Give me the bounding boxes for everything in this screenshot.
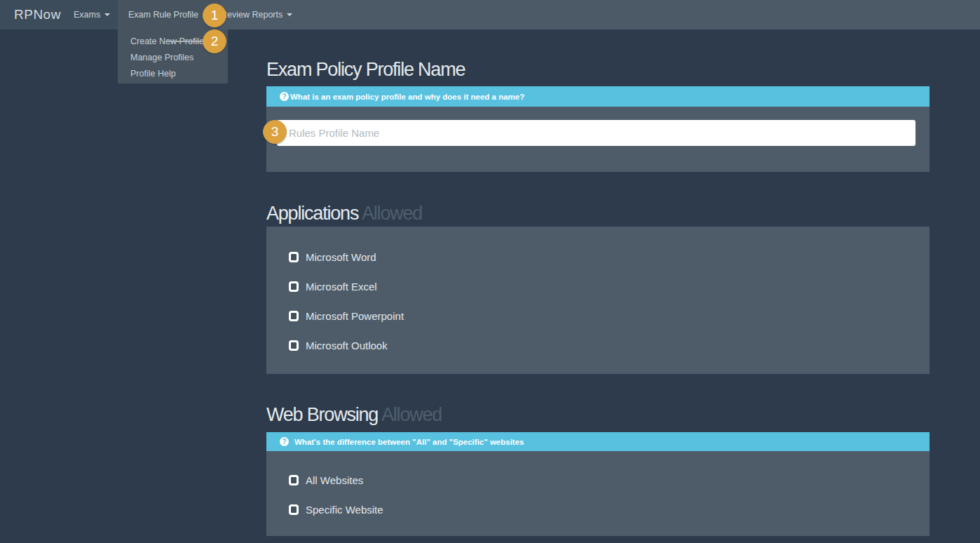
annotation-badge-3: 3 — [263, 120, 287, 144]
annotation-badge-1: 1 — [203, 4, 226, 27]
chevron-down-icon — [104, 13, 110, 16]
annotation-badge-2: 2 — [203, 29, 226, 53]
applications-section-title: Applications Allowed — [266, 203, 422, 224]
applications-panel: Microsoft Word Microsoft Excel Microsoft… — [266, 227, 930, 374]
page-title: Exam Policy Profile Name — [266, 59, 465, 81]
checkbox-row-microsoft-excel[interactable]: Microsoft Excel — [266, 272, 930, 301]
checkbox-row-all-websites[interactable]: All Websites — [266, 465, 930, 495]
question-circle-icon: ? — [280, 92, 289, 101]
profile-name-panel — [266, 107, 930, 172]
help-bar-profile-name[interactable]: ? What is an exam policy profile and why… — [266, 86, 930, 107]
nav-item-exam-rule-profile[interactable]: Exam Rule Profile — [128, 0, 208, 29]
nav-item-exams[interactable]: Exams — [74, 0, 110, 29]
help-bar-web-browsing[interactable]: ? What's the difference between "All" an… — [266, 432, 930, 451]
checkbox-row-microsoft-outlook[interactable]: Microsoft Outlook — [266, 330, 930, 360]
web-browsing-panel: All Websites Specific Website — [266, 451, 930, 536]
chevron-down-icon — [287, 13, 292, 16]
question-circle-icon: ? — [280, 437, 289, 446]
checkbox-icon[interactable] — [289, 475, 299, 485]
checkbox-icon[interactable] — [289, 252, 299, 262]
nav-item-review-reports[interactable]: Review Reports — [221, 0, 292, 29]
checkbox-row-specific-website[interactable]: Specific Website — [266, 495, 930, 524]
top-navbar: RPNow Exams Exam Rule Profile Review Rep… — [0, 0, 980, 29]
web-browsing-section-title: Web Browsing Allowed — [266, 404, 442, 426]
checkbox-icon[interactable] — [289, 281, 299, 292]
checkbox-row-microsoft-powerpoint[interactable]: Microsoft Powerpoint — [266, 301, 930, 330]
help-bar-text: What's the difference between "All" and … — [294, 438, 524, 446]
checkbox-icon[interactable] — [289, 340, 299, 351]
rules-profile-name-input[interactable] — [277, 120, 916, 146]
checkbox-icon[interactable] — [289, 504, 299, 515]
checkbox-row-microsoft-word[interactable]: Microsoft Word — [266, 242, 930, 272]
help-bar-text: What is an exam policy profile and why d… — [290, 93, 524, 101]
app-logo[interactable]: RPNow — [14, 0, 61, 29]
checkbox-icon[interactable] — [289, 311, 299, 321]
menu-item-profile-help[interactable]: Profile Help — [118, 66, 228, 82]
annotation-line — [166, 41, 205, 42]
